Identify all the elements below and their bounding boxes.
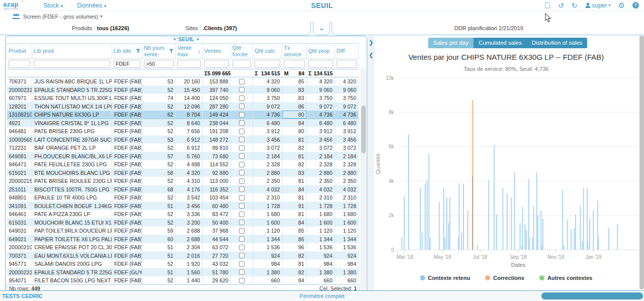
checkbox[interactable] bbox=[239, 104, 245, 109]
chart-tab-2[interactable]: Distribution of sales bbox=[527, 38, 587, 48]
sort-desc-icon[interactable]: ↓ bbox=[198, 48, 201, 55]
checkbox[interactable] bbox=[239, 120, 245, 126]
chart-tab-1[interactable]: Cumulated sales bbox=[473, 38, 527, 48]
table-row[interactable]: 20000215PATE BRISEE ROULEE 230G LP-ARBFD… bbox=[7, 177, 359, 185]
filter-input-7[interactable] bbox=[255, 60, 280, 68]
checkbox[interactable] bbox=[239, 245, 245, 250]
table-row[interactable]: 20000210CREME EPAISSE POT 20 CL 30%MGFDE… bbox=[7, 243, 359, 252]
filter-input-6[interactable] bbox=[232, 60, 251, 68]
column-header-ventes[interactable]: Ventes bbox=[202, 44, 230, 59]
column-header-produit[interactable]: Produit bbox=[7, 44, 32, 59]
checkbox[interactable] bbox=[239, 236, 245, 242]
legend-item[interactable]: Contexte retenu bbox=[420, 275, 470, 281]
table-row[interactable]: 946471PATE FEUILLETEE 230G LPGFDEF (FAB)… bbox=[7, 160, 359, 169]
checkbox[interactable] bbox=[239, 228, 245, 234]
table-vertical-scrollbar[interactable] bbox=[360, 67, 366, 293]
filter-input-5[interactable] bbox=[204, 60, 229, 68]
column-header-lib-prod[interactable]: Lib prod bbox=[32, 44, 112, 59]
checkbox[interactable] bbox=[239, 87, 245, 92]
table-title[interactable]: ▼ SEUIL ▼ bbox=[6, 36, 367, 43]
table-row[interactable]: 607971ESSUIE TOUT MULTI US.300F.LPFDEF (… bbox=[7, 94, 359, 103]
filter-funnel-icon[interactable] bbox=[169, 49, 174, 53]
legend-item[interactable]: Corrections bbox=[485, 275, 524, 281]
table-row[interactable]: 20000231EPAULE STANDARD 5 TR.225GR LPGFD… bbox=[7, 85, 359, 94]
filter-input-2[interactable]: FDEF bbox=[114, 60, 140, 68]
screen-selector-bar[interactable]: Screen (FDEF - gros volumes) ▾ bbox=[0, 11, 644, 22]
table-row[interactable]: 251011BISCOTTES 100TR. 750G LPGFDEF (FAB… bbox=[7, 185, 359, 193]
table-row[interactable]: 954071FILET BACON 150G LPG NEXTFDEF (FAB… bbox=[7, 276, 359, 285]
scrollbar-thumb[interactable] bbox=[361, 106, 366, 153]
table-row[interactable]: 946481PATE BRISEE 230G LPGFDEF (FAB)527 … bbox=[7, 127, 359, 136]
filter-input-8[interactable] bbox=[284, 60, 304, 68]
checkbox[interactable] bbox=[239, 253, 245, 258]
column-header-tx-service[interactable]: Tx service bbox=[282, 44, 306, 59]
checkbox[interactable] bbox=[239, 220, 245, 225]
checkbox[interactable] bbox=[239, 79, 245, 84]
filter-input-9[interactable] bbox=[308, 60, 333, 68]
column-header-qt-calc[interactable]: Qté calc bbox=[253, 44, 282, 59]
filter-input-1[interactable] bbox=[34, 60, 110, 68]
table-row[interactable]: 700371EAU MONT.6X1L5 VOLCANIA LP PALFDEF… bbox=[7, 251, 359, 260]
help-icon[interactable]: ? bbox=[632, 2, 639, 9]
collapse-left-icon[interactable]: ❮ bbox=[368, 52, 374, 58]
table-row[interactable]: 4921VINAIGRE CRISTAL 8° 1L LPGFDEF (FAB)… bbox=[7, 119, 359, 127]
table-row[interactable]: 615021BTE MOUCHOIRS BLANC LPGFDEF (FAB)5… bbox=[7, 168, 359, 177]
table-row[interactable]: 946461PATE A PIZZA 230G LPFDEF (FAB)523 … bbox=[7, 210, 359, 219]
filter-input-3[interactable]: >50 bbox=[144, 60, 174, 68]
table-row[interactable]: 649021PAPIER TOILETTE X6 LPG PALETTEFDEF… bbox=[7, 235, 359, 243]
checkbox[interactable] bbox=[239, 212, 245, 217]
filter-funnel-icon[interactable] bbox=[136, 49, 140, 53]
scope-expand-button[interactable]: ⌄ bbox=[313, 22, 330, 35]
menu-donnees[interactable]: Données ▾ bbox=[77, 2, 106, 9]
checkbox[interactable] bbox=[239, 95, 245, 101]
checkbox[interactable] bbox=[239, 278, 245, 283]
column-header-lib-site[interactable]: Lib site bbox=[112, 44, 142, 59]
table-row[interactable]: 649081PH.DOUCEUR BLANC/BL.X6 LP PALFDEF … bbox=[7, 152, 359, 160]
table-row[interactable]: 945771SALAMI DANOIS 200G LPGFDEF (FAB)52… bbox=[7, 260, 359, 268]
chart-vertical-scrollbar[interactable] bbox=[639, 36, 644, 289]
produits-scope[interactable]: Produits : tous (16226) bbox=[72, 25, 129, 31]
user-menu[interactable]: super ▾ bbox=[585, 2, 611, 9]
table-row[interactable]: 712231BAF ORANGE PET 2L LPFDEF (FAB)526 … bbox=[7, 144, 359, 152]
scope-tab-produits-sites[interactable]: Produits : tous (16226) Sites : .Clients… bbox=[0, 22, 311, 35]
column-header-qt-forc-e[interactable]: Qté forcée bbox=[230, 44, 253, 59]
checkbox[interactable] bbox=[239, 170, 245, 175]
filter-input-10[interactable] bbox=[337, 60, 357, 68]
table-row[interactable]: 615031MOUCHOIR BLANC 15 ETUI X10 LPGFDEF… bbox=[7, 218, 359, 227]
menu-stock[interactable]: Stock ▾ bbox=[43, 2, 63, 9]
column-header-qt-prop[interactable]: Qté prop bbox=[306, 44, 335, 59]
checkbox[interactable] bbox=[239, 162, 245, 167]
checkbox[interactable] bbox=[239, 129, 245, 134]
checkbox[interactable] bbox=[239, 145, 245, 151]
table-row[interactable]: 649031PAP.TOILET.9RLX DOUCEUR LP PALFDEF… bbox=[7, 227, 359, 235]
checkbox[interactable] bbox=[239, 186, 245, 192]
column-header-vente-max[interactable]: Vente max↓ bbox=[176, 44, 202, 59]
checkbox[interactable] bbox=[239, 137, 245, 142]
column-header-nb-jours-vente[interactable]: Nb jours vente bbox=[142, 44, 176, 59]
checkbox[interactable] bbox=[239, 153, 245, 159]
collapse-right-icon[interactable]: ❯ bbox=[368, 40, 374, 45]
column-header-diff[interactable]: Diff bbox=[335, 44, 358, 59]
filter-input-0[interactable] bbox=[9, 60, 31, 68]
checkbox[interactable] bbox=[239, 269, 245, 275]
table-row[interactable]: 706371JUS RAISIN ABC BRIQUE 1L LPGFDEF (… bbox=[7, 77, 359, 86]
table-row[interactable]: 341091BOULET.CHIEN BOEUF 1.24KG LPGFDEF … bbox=[7, 202, 359, 210]
table-row[interactable]: 128201THON NAT.LISTAO MCX 1/4 LPGFDEF (F… bbox=[7, 102, 359, 111]
checkbox[interactable] bbox=[239, 178, 245, 184]
chart-tab-0[interactable]: Sales per day bbox=[428, 38, 473, 48]
filter-input-4[interactable] bbox=[177, 60, 200, 68]
checkbox[interactable] bbox=[239, 261, 245, 267]
selected-cell[interactable]: 80 bbox=[282, 111, 306, 119]
undo-icon[interactable]: ↺ bbox=[558, 2, 564, 9]
scope-tab-ddr[interactable]: DDR planification 2/21/2019 bbox=[332, 22, 644, 35]
horizontal-scrollbar-thumb[interactable] bbox=[541, 292, 643, 299]
sites-scope[interactable]: Sites : .Clients (397) bbox=[186, 25, 237, 31]
checkbox[interactable] bbox=[239, 195, 245, 200]
legend-item[interactable]: Autres contextes bbox=[539, 275, 592, 281]
table-row[interactable]: 948801EPAULE 10 TR 400G LPGFDEF (FAB)523… bbox=[7, 193, 359, 202]
table-row[interactable]: 20000231EPAULE STANDARD 5 TR.225GR LPGFD… bbox=[7, 268, 359, 276]
checkbox[interactable] bbox=[239, 203, 245, 209]
table-row[interactable]: 10000565LAIT CONCENTRE 397GR SUCREFDEF (… bbox=[7, 135, 359, 144]
document-icon[interactable] bbox=[545, 2, 550, 9]
redo-icon[interactable]: ↻ bbox=[572, 2, 578, 9]
